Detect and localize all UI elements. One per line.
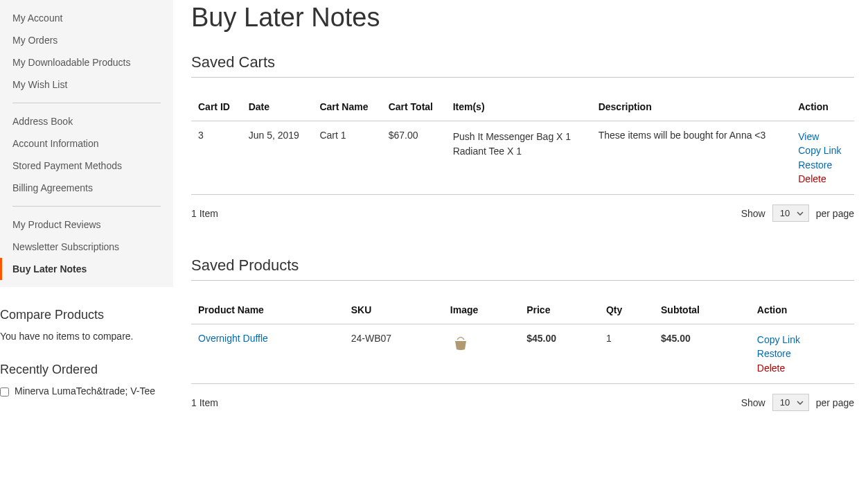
product-link[interactable]: Overnight Duffle <box>198 333 268 344</box>
sidebar-item-buy-later-notes[interactable]: Buy Later Notes <box>0 258 173 280</box>
sidebar: My Account My Orders My Downloadable Pro… <box>0 0 173 417</box>
cell-price: $45.00 <box>520 324 599 384</box>
action-restore[interactable]: Restore <box>798 158 847 172</box>
col-qty: Qty <box>599 297 654 324</box>
cell-product-name: Overnight Duffle <box>191 324 344 384</box>
cell-image <box>443 324 520 384</box>
cell-subtotal: $45.00 <box>654 324 750 384</box>
sidebar-divider <box>12 206 161 207</box>
saved-carts-heading: Saved Carts <box>191 53 854 78</box>
col-items: Item(s) <box>446 94 592 121</box>
sidebar-item-my-orders[interactable]: My Orders <box>0 29 173 51</box>
col-price: Price <box>520 297 599 324</box>
cell-date: Jun 5, 2019 <box>242 121 313 195</box>
recent-item[interactable]: Minerva LumaTech&trade; V-Tee <box>0 385 173 397</box>
cell-description: These items will be bought for Anna <3 <box>592 121 792 195</box>
recently-ordered-block: Recently Ordered Minerva LumaTech&trade;… <box>0 363 173 397</box>
col-action: Action <box>750 297 854 324</box>
recent-item-checkbox[interactable] <box>0 387 9 397</box>
action-copy-link[interactable]: Copy Link <box>757 333 847 347</box>
saved-carts-pager: 1 Item Show 10 per page <box>191 204 854 222</box>
recently-ordered-heading: Recently Ordered <box>0 363 173 377</box>
col-subtotal: Subtotal <box>654 297 750 324</box>
page-size-select[interactable]: 10 <box>772 394 809 411</box>
sidebar-item-wishlist[interactable]: My Wish List <box>0 73 173 96</box>
cell-cart-id: 3 <box>191 121 242 195</box>
sidebar-item-account-information[interactable]: Account Information <box>0 132 173 155</box>
col-date: Date <box>242 94 313 121</box>
saved-carts-table: Cart ID Date Cart Name Cart Total Item(s… <box>191 94 854 195</box>
main-content: Buy Later Notes Saved Carts Cart ID Date… <box>173 0 868 417</box>
col-product-name: Product Name <box>191 297 344 324</box>
show-label: Show <box>741 397 765 408</box>
sidebar-item-newsletter[interactable]: Newsletter Subscriptions <box>0 236 173 258</box>
recent-item-label: Minerva LumaTech&trade; V-Tee <box>15 385 155 397</box>
per-page-label: per page <box>816 397 854 408</box>
action-restore[interactable]: Restore <box>757 347 847 360</box>
compare-products-block: Compare Products You have no items to co… <box>0 308 173 342</box>
show-label: Show <box>741 208 765 219</box>
cart-item-line: Radiant Tee X 1 <box>453 144 585 159</box>
sidebar-item-stored-payment[interactable]: Stored Payment Methods <box>0 155 173 177</box>
sidebar-item-billing-agreements[interactable]: Billing Agreements <box>0 177 173 199</box>
product-thumbnail <box>450 333 471 354</box>
cell-cart-name: Cart 1 <box>312 121 381 195</box>
saved-products-table: Product Name SKU Image Price Qty Subtota… <box>191 297 854 384</box>
table-row: Overnight Duffle 24-WB07 $45.00 1 $45.00 <box>191 324 854 384</box>
sidebar-item-my-account[interactable]: My Account <box>0 7 173 29</box>
cell-qty: 1 <box>599 324 654 384</box>
per-page-label: per page <box>816 208 854 219</box>
col-image: Image <box>443 297 520 324</box>
page-size-select[interactable]: 10 <box>772 204 809 222</box>
table-row: 3 Jun 5, 2019 Cart 1 $67.00 Push It Mess… <box>191 121 854 195</box>
col-sku: SKU <box>344 297 443 324</box>
sidebar-item-downloadable[interactable]: My Downloadable Products <box>0 51 173 73</box>
action-delete[interactable]: Delete <box>798 172 847 186</box>
cell-items: Push It Messenger Bag X 1 Radiant Tee X … <box>446 121 592 195</box>
action-delete[interactable]: Delete <box>757 361 847 375</box>
cell-actions: Copy Link Restore Delete <box>750 324 854 384</box>
saved-products-pager: 1 Item Show 10 per page <box>191 394 854 411</box>
page-title: Buy Later Notes <box>191 3 854 33</box>
saved-products-heading: Saved Products <box>191 256 854 281</box>
col-cart-total: Cart Total <box>382 94 446 121</box>
cell-sku: 24-WB07 <box>344 324 443 384</box>
sidebar-item-product-reviews[interactable]: My Product Reviews <box>0 214 173 236</box>
account-nav: My Account My Orders My Downloadable Pro… <box>0 0 173 287</box>
cell-cart-total: $67.00 <box>382 121 446 195</box>
saved-products-count: 1 Item <box>191 397 218 408</box>
saved-carts-count: 1 Item <box>191 208 218 219</box>
action-view[interactable]: View <box>798 130 847 143</box>
sidebar-divider <box>12 103 161 103</box>
compare-heading: Compare Products <box>0 308 173 322</box>
col-cart-id: Cart ID <box>191 94 242 121</box>
cart-item-line: Push It Messenger Bag X 1 <box>453 130 585 144</box>
col-action: Action <box>791 94 854 121</box>
sidebar-item-address-book[interactable]: Address Book <box>0 110 173 132</box>
compare-empty-text: You have no items to compare. <box>0 331 173 342</box>
action-copy-link[interactable]: Copy Link <box>798 143 847 157</box>
cell-actions: View Copy Link Restore Delete <box>791 121 854 195</box>
col-cart-name: Cart Name <box>312 94 381 121</box>
col-description: Description <box>592 94 792 121</box>
